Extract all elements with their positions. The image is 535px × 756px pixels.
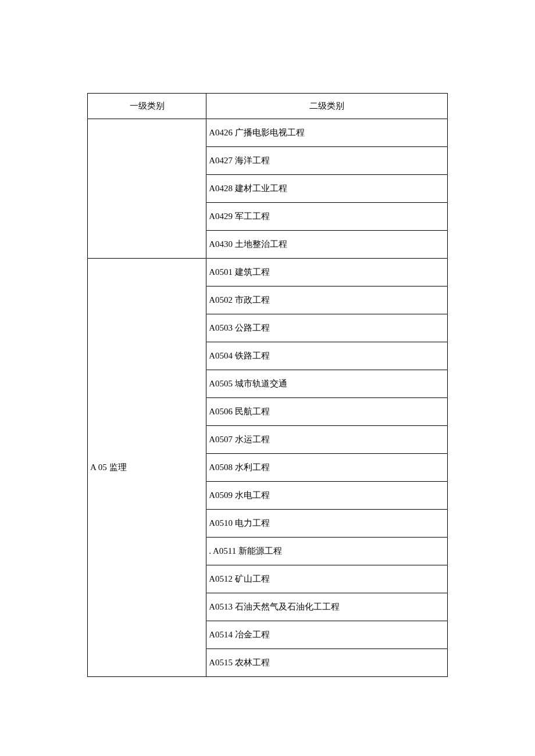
level2-cell: A0515 农林工程 [206,649,448,677]
level2-cell: A0428 建材工业工程 [206,175,448,203]
level2-cell: A0505 城市轨道交通 [206,370,448,398]
table-header-row: 一级类别 二级类别 [88,94,448,119]
level2-cell: A0502 市政工程 [206,286,448,314]
level1-cell: A 05 监理 [88,259,206,677]
category-table: 一级类别 二级类别 A0426 广播电影电视工程 A0427 海洋工程 A042… [87,93,448,677]
level2-cell: A0503 公路工程 [206,314,448,342]
level2-cell: A0514 冶金工程 [206,621,448,649]
level2-cell: A0513 石油天然气及石油化工工程 [206,593,448,621]
level2-cell: A0508 水利工程 [206,454,448,482]
level2-cell: . A0511 新能源工程 [206,538,448,565]
table-row: A0426 广播电影电视工程 [88,119,448,147]
level2-cell: A0509 水电工程 [206,482,448,510]
level2-cell: A0512 矿山工程 [206,565,448,593]
table-row: A 05 监理 A0501 建筑工程 [88,259,448,286]
level2-cell: A0510 电力工程 [206,510,448,538]
level2-cell: A0504 铁路工程 [206,342,448,370]
level2-cell: A0506 民航工程 [206,398,448,426]
level2-cell: A0429 军工工程 [206,203,448,231]
level2-cell: A0426 广播电影电视工程 [206,119,448,147]
header-level1: 一级类别 [88,94,206,119]
level2-cell: A0430 土地整治工程 [206,231,448,259]
level2-cell: A0501 建筑工程 [206,259,448,286]
level1-cell [88,119,206,259]
level2-cell: A0507 水运工程 [206,426,448,454]
level2-cell: A0427 海洋工程 [206,147,448,175]
header-level2: 二级类别 [206,94,448,119]
